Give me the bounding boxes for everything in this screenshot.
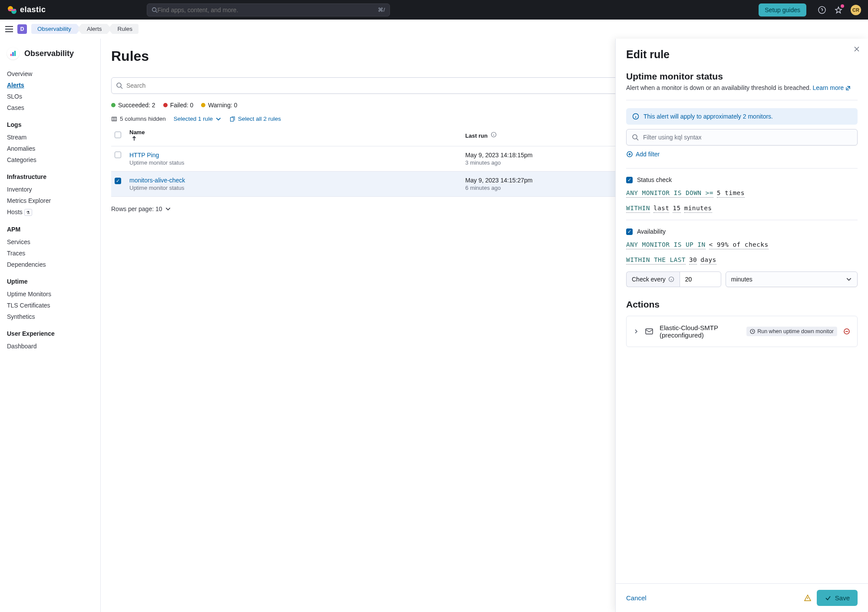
- sort-asc-icon: [131, 136, 137, 142]
- remove-action-button[interactable]: [843, 328, 850, 335]
- sidebar-heading: Logs: [7, 121, 93, 128]
- chevron-down-icon: [846, 276, 852, 282]
- sidebar-item[interactable]: Hosts⚗: [7, 206, 93, 218]
- availability-checkbox[interactable]: [626, 228, 633, 235]
- expand-action-button[interactable]: [634, 329, 639, 334]
- selected-rules-button[interactable]: Selected 1 rule: [174, 116, 221, 122]
- warning-icon[interactable]: [804, 594, 812, 602]
- setup-guides-button[interactable]: Setup guides: [759, 3, 806, 17]
- row-checkbox[interactable]: [115, 178, 121, 184]
- user-avatar[interactable]: CR: [851, 5, 861, 15]
- newsfeed-icon[interactable]: [834, 6, 843, 14]
- learn-more-link[interactable]: Learn more: [813, 84, 851, 91]
- sidebar-item[interactable]: Dependencies: [7, 259, 93, 270]
- breadcrumb: Observability Alerts Rules: [31, 24, 139, 34]
- info-icon: [668, 276, 674, 282]
- breadcrumb-item[interactable]: Rules: [108, 24, 139, 34]
- svg-point-2: [152, 7, 156, 11]
- cancel-button[interactable]: Cancel: [626, 594, 647, 602]
- svg-point-7: [117, 83, 121, 87]
- kql-filter-input[interactable]: Filter using kql syntax: [626, 129, 858, 146]
- check-every-input[interactable]: [680, 271, 721, 287]
- rule-name-link[interactable]: monitors-alive-check: [129, 177, 459, 184]
- notification-badge: [841, 4, 844, 8]
- status-check-expression: ANY MONITOR IS DOWN >= 5 times: [626, 189, 858, 198]
- logo-text: elastic: [20, 5, 46, 14]
- sidebar-heading: APM: [7, 226, 93, 233]
- sidebar-item[interactable]: Inventory: [7, 184, 93, 195]
- flyout-title: Edit rule: [626, 48, 858, 61]
- svg-point-12: [633, 135, 637, 139]
- sidebar-item[interactable]: Alerts: [7, 79, 93, 91]
- check-icon: [825, 595, 832, 602]
- check-every-row: Check every minutes: [626, 271, 858, 287]
- sidebar-item[interactable]: Traces: [7, 248, 93, 259]
- beta-badge-icon: ⚗: [24, 209, 32, 216]
- sidebar-item[interactable]: SLOs: [7, 91, 93, 102]
- top-nav: elastic ⌘/ Setup guides CR: [0, 0, 868, 20]
- sidebar-item[interactable]: Services: [7, 236, 93, 248]
- rule-type-description: Alert when a monitor is down or an avail…: [626, 84, 858, 91]
- add-filter-button[interactable]: Add filter: [626, 151, 858, 158]
- availability-within: WITHIN THE LAST 30 days: [626, 256, 858, 265]
- action-run-when-badge[interactable]: Run when uptime down monitor: [746, 327, 837, 336]
- global-search[interactable]: ⌘/: [147, 3, 390, 17]
- svg-rect-15: [646, 329, 653, 334]
- space-badge[interactable]: D: [17, 24, 27, 34]
- status-check-checkbox[interactable]: [626, 177, 633, 183]
- chevron-right-icon: [634, 329, 639, 334]
- minus-circle-icon: [843, 328, 850, 335]
- sidebar: Observability OverviewAlertsSLOsCasesLog…: [0, 39, 101, 612]
- select-all-checkbox[interactable]: [115, 132, 121, 138]
- sidebar-item[interactable]: Stream: [7, 132, 93, 143]
- sidebar-heading: User Experience: [7, 330, 93, 337]
- status-check-label: Status check: [637, 176, 672, 183]
- svg-rect-6: [14, 51, 16, 56]
- actions-heading: Actions: [626, 299, 858, 310]
- logo[interactable]: elastic: [7, 5, 46, 15]
- search-icon: [632, 134, 639, 141]
- chevron-down-icon: [215, 116, 221, 122]
- rule-type-label: Uptime monitor status: [129, 159, 459, 166]
- availability-label: Availability: [637, 228, 666, 235]
- sidebar-item[interactable]: Cases: [7, 102, 93, 113]
- sidebar-item[interactable]: Synthetics: [7, 311, 93, 322]
- search-icon: [116, 82, 123, 89]
- plus-circle-icon: [626, 151, 633, 158]
- observability-icon: [7, 47, 19, 60]
- flyout-footer: Cancel Save: [616, 583, 868, 612]
- sidebar-item[interactable]: Metrics Explorer: [7, 195, 93, 206]
- breadcrumb-item[interactable]: Alerts: [77, 24, 112, 34]
- availability-expression: ANY MONITOR IS UP IN < 99% of checks: [626, 241, 858, 249]
- status-check-within: WITHIN last 15 minutes: [626, 205, 858, 213]
- global-search-input[interactable]: [158, 7, 378, 13]
- rule-name-link[interactable]: HTTP Ping: [129, 152, 459, 159]
- sidebar-title: Observability: [7, 47, 93, 60]
- sidebar-item[interactable]: Anomalies: [7, 143, 93, 154]
- svg-rect-5: [13, 52, 14, 56]
- elastic-logo-icon: [7, 5, 17, 15]
- sidebar-item[interactable]: Categories: [7, 154, 93, 165]
- external-link-icon: [845, 86, 851, 91]
- close-flyout-button[interactable]: [853, 46, 860, 53]
- row-checkbox[interactable]: [115, 152, 121, 158]
- svg-rect-8: [112, 117, 117, 121]
- check-every-unit-select[interactable]: minutes: [726, 271, 858, 287]
- sub-nav: D Observability Alerts Rules: [0, 20, 868, 39]
- nav-toggle-icon[interactable]: [5, 26, 13, 32]
- select-all-button[interactable]: Select all 2 rules: [229, 116, 281, 122]
- columns-hidden-button[interactable]: 5 columns hidden: [111, 116, 166, 122]
- sidebar-item[interactable]: Overview: [7, 68, 93, 79]
- close-icon: [853, 46, 860, 53]
- breadcrumb-item[interactable]: Observability: [31, 24, 81, 34]
- search-shortcut: ⌘/: [378, 7, 385, 13]
- sidebar-item[interactable]: TLS Certificates: [7, 300, 93, 311]
- clock-icon: [750, 329, 755, 334]
- column-name[interactable]: Name: [126, 125, 462, 146]
- sidebar-item[interactable]: Uptime Monitors: [7, 288, 93, 300]
- sidebar-heading: Infrastructure: [7, 173, 93, 180]
- email-icon: [645, 327, 653, 336]
- sidebar-item[interactable]: Dashboard: [7, 341, 93, 352]
- help-icon[interactable]: [818, 6, 826, 14]
- save-button[interactable]: Save: [817, 590, 858, 606]
